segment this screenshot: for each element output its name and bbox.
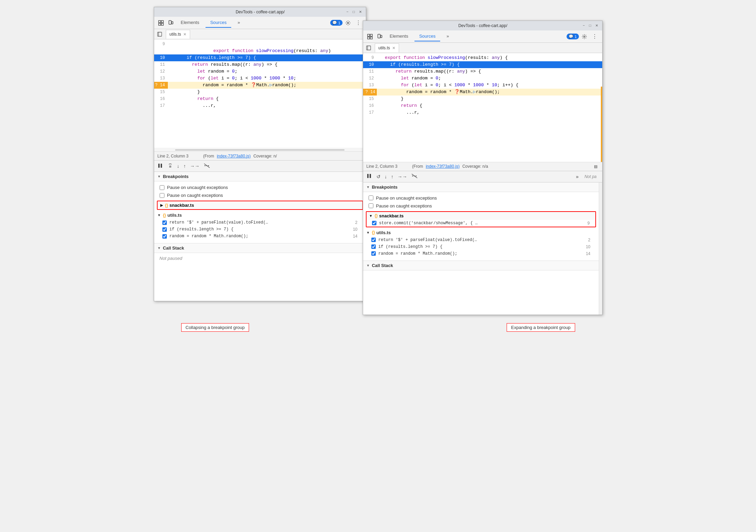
pause-resume-btn-right[interactable]	[366, 173, 373, 180]
svg-rect-17	[381, 35, 382, 38]
bp-item-random-right[interactable]: random = random * Math.random(); 14	[366, 250, 596, 257]
chat-badge-right[interactable]: 💬 1	[567, 34, 579, 39]
step-into-btn-left[interactable]: ↓	[176, 162, 181, 170]
source-link-left[interactable]: index-73f73a80.js)	[217, 154, 251, 159]
tab-sources-left[interactable]: Sources	[206, 18, 232, 28]
bp-item-random-check-right[interactable]	[371, 251, 376, 256]
bottom-panel-right[interactable]: ▼ Breakpoints Pause on uncaught exceptio…	[363, 182, 602, 315]
source-link-right[interactable]: index-73f73a80.js)	[426, 164, 460, 169]
code-area-right[interactable]: 9 export function slowProcessing(results…	[363, 53, 602, 162]
right-scrollbar[interactable]	[599, 182, 602, 315]
bp-item-store-check-right[interactable]	[372, 221, 376, 225]
step-into-btn-right[interactable]: ↓	[384, 173, 388, 180]
more-debug-btn-right[interactable]: »	[575, 173, 580, 180]
pause-uncaught-checkbox-left[interactable]	[160, 185, 164, 190]
bp-group-snackbar-header-right[interactable]: ▼ {} snackbar.ts	[367, 212, 595, 220]
code-line-9-right: 9 export function slowProcessing(results…	[363, 54, 602, 61]
sidebar-toggle-right[interactable]	[364, 44, 373, 52]
settings-btn-right[interactable]	[580, 33, 588, 41]
status-bar-left: Line 2, Column 3 (From index-73f73a80.js…	[154, 151, 366, 160]
restore-btn-right[interactable]: □	[589, 24, 593, 28]
deactivate-breakpoints-btn-right[interactable]	[410, 173, 419, 180]
sidebar-toggle-left[interactable]	[156, 30, 164, 38]
inspect-btn-right[interactable]	[366, 33, 374, 41]
tab-sources-right[interactable]: Sources	[414, 31, 441, 41]
device-btn-left[interactable]	[166, 19, 175, 27]
step-out-btn-right[interactable]: ↑	[390, 173, 395, 180]
bp-item-tofixed-check-right[interactable]	[371, 238, 376, 242]
bp-item-store-right[interactable]: store.commit('snackbar/showMessage', { ……	[367, 220, 595, 227]
settings-btn-left[interactable]	[344, 19, 352, 27]
breakpoints-header-left[interactable]: ▼ Breakpoints	[154, 172, 366, 181]
pause-uncaught-checkbox-right[interactable]	[369, 195, 373, 200]
pause-caught-right[interactable]: Pause on caught exceptions	[363, 202, 599, 210]
minimize-btn-left[interactable]: −	[347, 10, 351, 14]
file-tab-close-left[interactable]: ✕	[183, 32, 186, 37]
step-over-btn-right[interactable]: ↺	[375, 173, 382, 180]
status-bar-right: Line 2, Column 3 (From index-73f73a80.js…	[363, 162, 602, 171]
bottom-panel-left[interactable]: ▼ Breakpoints Pause on uncaught exceptio…	[154, 172, 366, 301]
pause-uncaught-right[interactable]: Pause on uncaught exceptions	[363, 194, 599, 202]
bp-item-results-check-right[interactable]	[371, 244, 376, 249]
bp-group-utils-header-right[interactable]: ▼ {} utils.ts	[366, 229, 596, 237]
svg-rect-10	[161, 164, 162, 168]
pause-uncaught-left[interactable]: Pause on uncaught exceptions	[154, 183, 366, 191]
bp-item-results-right[interactable]: if (results.length >= 7) { 10	[366, 243, 596, 250]
coverage-left: Coverage: n/	[253, 154, 277, 159]
bp-item-tofixed-right[interactable]: return '$' + parseFloat(value).toFixed(……	[366, 237, 596, 243]
callstack-header-left[interactable]: ▼ Call Stack	[154, 243, 366, 253]
ts-icon-snackbar-right: {}	[374, 213, 377, 218]
device-btn-right[interactable]	[375, 33, 384, 41]
pause-caught-left[interactable]: Pause on caught exceptions	[154, 191, 366, 199]
minimize-btn-right[interactable]: −	[583, 24, 587, 28]
restore-btn-left[interactable]: □	[353, 10, 357, 14]
callstack-header-right[interactable]: ▼ Call Stack	[363, 261, 599, 270]
breakpoints-header-right[interactable]: ▼ Breakpoints	[363, 182, 599, 192]
coverage-right: Coverage: n/a	[462, 164, 488, 169]
window-controls-right[interactable]: − □ ✕	[583, 24, 599, 28]
snackbar-group-arrow-right: ▼	[369, 214, 373, 218]
tab-elements-right[interactable]: Elements	[385, 31, 413, 41]
window-title-right: DevTools - coffee-cart.app/	[383, 23, 583, 28]
close-btn-left[interactable]: ✕	[359, 10, 363, 14]
collapse-panel-btn[interactable]: ▤	[593, 163, 599, 170]
file-tab-utils-right[interactable]: utils.ts ✕	[375, 43, 399, 52]
close-btn-right[interactable]: ✕	[595, 24, 599, 28]
step-out-btn-left[interactable]: ↑	[183, 162, 187, 170]
code-line-15-left: 15 }	[154, 89, 366, 96]
tab-more-left[interactable]: »	[233, 18, 245, 28]
inspect-btn-left[interactable]	[157, 19, 165, 27]
more-btn-left[interactable]: ⋮	[354, 19, 363, 27]
bp-group-utils-header-left[interactable]: ▼ {} utils.ts	[157, 211, 363, 219]
deactivate-breakpoints-btn-left[interactable]	[203, 162, 211, 170]
bp-item-random-check-left[interactable]	[162, 234, 167, 239]
pause-caught-checkbox-left[interactable]	[160, 193, 164, 198]
bp-group-snackbar-header-left[interactable]: ▶ {} snackbar.ts	[158, 201, 362, 209]
bp-item-results-left[interactable]: if (results.length >= 7) { 10	[157, 226, 363, 233]
breakpoints-arrow-right: ▼	[367, 185, 370, 189]
file-tabbar-left: utils.ts ✕	[154, 29, 366, 39]
tab-more-right[interactable]: »	[442, 31, 454, 41]
step-btn-left[interactable]: →→	[189, 162, 201, 170]
bp-item-tofixed-check-left[interactable]	[162, 220, 167, 225]
file-tab-utils-left[interactable]: utils.ts ✕	[166, 30, 190, 39]
right-panel-not-paused-note: Not pa	[582, 173, 599, 180]
chat-badge-left[interactable]: 💬 1	[330, 20, 342, 26]
step-btn-right[interactable]: →→	[397, 173, 408, 180]
breakpoints-label-right: Breakpoints	[372, 185, 397, 190]
code-area-left[interactable]: 9 export function slowProcessing(results…	[154, 39, 366, 148]
pause-caught-checkbox-right[interactable]	[369, 203, 373, 208]
code-line-14-right: ? 14 random = random * ❓Math.▷random();	[363, 89, 602, 96]
file-tab-close-right[interactable]: ✕	[392, 46, 395, 50]
utils-group-arrow-right: ▼	[367, 231, 370, 235]
bp-item-results-check-left[interactable]	[162, 227, 167, 232]
more-btn-right[interactable]: ⋮	[590, 33, 599, 40]
tab-elements-left[interactable]: Elements	[176, 18, 204, 28]
window-controls-left[interactable]: − □ ✕	[347, 10, 363, 14]
step-over-btn-left[interactable]	[166, 162, 174, 170]
file-tabbar-right: utils.ts ✕	[363, 43, 602, 53]
pause-resume-btn-left[interactable]	[157, 162, 164, 170]
bp-item-random-left[interactable]: random = random * Math.random(); 14	[157, 233, 363, 240]
code-line-12-right: 12 let random = 0;	[363, 75, 602, 82]
bp-item-tofixed-left[interactable]: return '$' + parseFloat(value).toFixed(……	[157, 219, 363, 226]
